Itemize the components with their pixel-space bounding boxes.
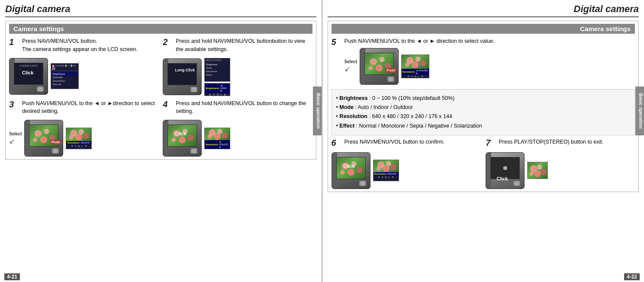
- step-1-lcd: ⏰ 10:40AM 🔋×1 🔋0% ▓▓ Brightness 640x480 …: [51, 63, 79, 89]
- res-bar-3: Resolution 320x240: [66, 141, 91, 144]
- navi-wheel-3: [52, 148, 59, 154]
- menu-item-brightness: Brightness: [52, 72, 77, 76]
- menu-effect: Effect: [206, 73, 229, 77]
- click-label-6: Click: [344, 163, 355, 169]
- icon-bar-6: ◄ ☀ ⚙ ▷ ►: [374, 176, 399, 179]
- camera-body-7: ⏺: [486, 152, 525, 189]
- desc-mode: : Auto / Indoor / Outdoor: [355, 104, 412, 110]
- icon1: ◄: [208, 93, 211, 96]
- step-6-num: 6: [332, 138, 340, 148]
- res-label-3: Resolution: [67, 141, 79, 144]
- ib6-5: ►: [392, 176, 394, 179]
- bullet-brightness: Brightness : 0 ~ 100 % (10% step/default…: [336, 94, 631, 103]
- ib5-1: ◄: [407, 75, 409, 78]
- bullet-list: Brightness : 0 ~ 100 % (10% step/default…: [336, 92, 631, 132]
- click-label-1: Click: [22, 70, 33, 75]
- select-arrow-5: ↙: [345, 65, 350, 73]
- icon-bar-3: ◄ ☀ ⚙ ▷ ►: [66, 144, 91, 147]
- menu-screen: MENU/CAMERA Brightness Mode Resolution E…: [204, 58, 230, 82]
- section-header-left: Camera settings: [9, 24, 312, 34]
- step-6-screen: Resolution 640x480 ◄ ☀ ⚙ ▷ ►: [373, 160, 399, 181]
- sidebar-tab-right: Basic operation: [635, 87, 644, 135]
- flower-screen-3: [66, 128, 91, 141]
- flower-thumb-7: [528, 162, 547, 179]
- ib-4: ▷: [81, 144, 84, 147]
- brightness-label: Brightness: [206, 87, 219, 90]
- camera-settings-section-right: Camera settings 5 Push NAVI/MENU/VOL to …: [328, 21, 639, 192]
- step-6-row: 6 Press NAVI/MENU/VOL button to confirm.: [332, 138, 481, 148]
- step-5-content: Push NAVI/MENU/VOL to the ◄ or ► directi…: [345, 37, 635, 85]
- click-label-4: Click: [175, 131, 186, 136]
- bullet-resolution: Resolution : 640 x 480 / 320 x 240 / 176…: [336, 112, 631, 121]
- camera-body-5: [360, 48, 399, 85]
- flower-screen-4: [205, 128, 230, 140]
- step-3-camera: Push: [24, 120, 63, 157]
- step-4-text: Press and hold NAVI/MENU/VOL button to c…: [176, 99, 312, 116]
- lcd-menu-screen: ⏰ 10:40AM 🔋×1 🔋0% ▓▓ Brightness 640x480 …: [51, 63, 79, 89]
- camera-settings-section-left: Camera settings 1 Press NAVI/MENU/VOL bu…: [5, 21, 316, 160]
- menu-brightness: Brightness: [206, 63, 229, 66]
- navi-wheel-1: [36, 86, 44, 92]
- menu-item-mode: 640x480: [52, 76, 77, 79]
- icon-bar-brightness: ◄ ☀ ⚙ ▷ ►: [205, 93, 230, 96]
- step-5-text: Push NAVI/MENU/VOL to the ◄ or ► directi…: [345, 37, 635, 45]
- icon2: ☀: [213, 93, 215, 96]
- term-effect: Effect: [339, 123, 354, 129]
- step-6-camera: Click: [332, 152, 370, 189]
- res-val-3: 320x240: [80, 141, 90, 144]
- brightness-bar: Brightness ◄ 100% ►: [205, 83, 230, 93]
- ib5-5: ►: [421, 75, 424, 78]
- sidebar-label-left: Basic operation: [316, 93, 321, 129]
- step-3: 3 Push NAVI/MENU/VOL to the ◄ or ►direct…: [9, 99, 158, 116]
- icon5: ►: [224, 93, 227, 96]
- step-1: 1 Press NAVI/MENU/VOL button.The camera …: [9, 37, 158, 54]
- navi-wheel-6: [359, 180, 367, 186]
- step-6-images: Click Resolution 640x480 ◄ ☀: [332, 152, 481, 189]
- step-1-num: 1: [9, 37, 18, 47]
- step-1-images: CAMERA INFO Click ⏰ 10:40AM 🔋×1 🔋0% ▓▓ B…: [9, 58, 158, 95]
- res-bar-5: Resolution ◄ 640x480 ►: [402, 69, 429, 75]
- ib6-4: ▷: [388, 176, 390, 179]
- right-page-title: Digital camera: [328, 3, 639, 17]
- step-2-camera: Long Click: [163, 58, 202, 95]
- step-6-text: Press NAVI/MENU/VOL button to confirm.: [345, 138, 481, 146]
- select-label-5: Select: [345, 59, 357, 64]
- desc-effect: : Normal / Monotone / Sepia / Negative /…: [356, 123, 482, 129]
- step-3-select-group: Select ↙: [9, 131, 22, 145]
- step-4: 4 Press and hold NAVI/MENU/VOL button to…: [163, 99, 312, 116]
- ib6-2: ☀: [381, 176, 383, 179]
- info-block: Brightness : 0 ~ 100 % (10% step/default…: [332, 89, 635, 135]
- res-val-6: 640x480: [387, 173, 396, 175]
- res-bar-6: Resolution 640x480: [374, 172, 399, 176]
- step-3-num: 3: [9, 99, 18, 109]
- step-4-camera: Click: [163, 120, 202, 157]
- step-7-num: 7: [486, 138, 494, 148]
- steps-6-7: 6 Press NAVI/MENU/VOL button to confirm.: [332, 138, 635, 189]
- step-7-col: 7 Press PLAY/STOP(STEREO) button to exit…: [486, 138, 635, 189]
- ib6-1: ◄: [377, 176, 380, 179]
- ib4-2: ☀: [213, 149, 215, 149]
- step-4-images: Click Resolution ◄ 320x240 ► ◄: [163, 120, 312, 157]
- click-label-7: Click: [496, 176, 508, 181]
- res-val-5: ◄ 640x480 ►: [415, 69, 428, 74]
- left-page-title: Digital camera: [5, 3, 316, 17]
- camera-body-3: [24, 120, 63, 157]
- bullet-mode: Mode : Auto / Indoor / Outdoor: [336, 103, 631, 112]
- play-stop-icon: ⏺: [491, 157, 519, 179]
- ib4-1: ◄: [209, 149, 212, 149]
- step-2-num: 2: [163, 37, 171, 47]
- steps-1-2: 1 Press NAVI/MENU/VOL button.The camera …: [9, 37, 312, 96]
- push-label-3: Push: [50, 140, 61, 144]
- camera-body-4: [163, 120, 202, 157]
- step-2-screens: MENU/CAMERA Brightness Mode Resolution E…: [204, 58, 230, 96]
- brightness-value-screen: Brightness ◄ 100% ► ◄ ☀ ⚙ ▷ ►: [204, 83, 230, 96]
- steps-3-4: 3 Push NAVI/MENU/VOL to the ◄ or ►direct…: [9, 99, 312, 157]
- ib-5: ►: [85, 144, 87, 147]
- res-val-4: ◄ 320x240 ►: [219, 141, 229, 148]
- flower-screen-6: [374, 160, 399, 172]
- term-brightness: Brightness: [339, 95, 367, 101]
- step-6-col: 6 Press NAVI/MENU/VOL button to confirm.: [332, 138, 481, 189]
- step-7-images: ⏺ Click: [486, 152, 635, 189]
- step-1-text: Press NAVI/MENU/VOL button.The camera se…: [22, 37, 158, 54]
- step-3-col: 3 Push NAVI/MENU/VOL to the ◄ or ►direct…: [9, 99, 158, 157]
